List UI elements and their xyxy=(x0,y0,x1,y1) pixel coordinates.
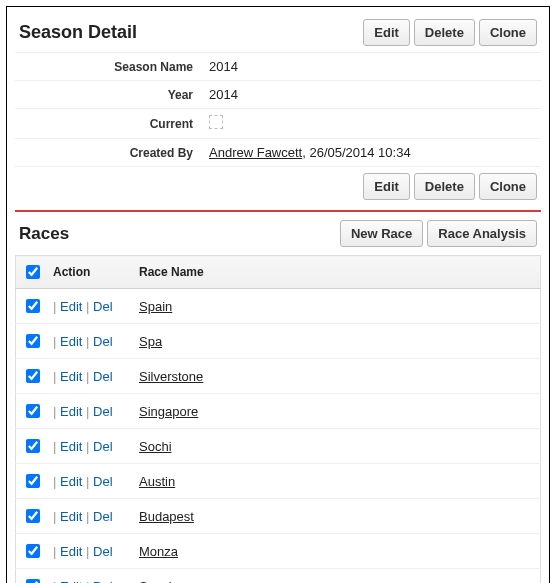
row-checkbox[interactable] xyxy=(26,439,40,453)
edit-button[interactable]: Edit xyxy=(363,19,410,46)
edit-link[interactable]: Edit xyxy=(60,334,82,349)
race-name-link[interactable]: Spain xyxy=(139,299,172,314)
created-by-datetime: 26/05/2014 10:34 xyxy=(309,145,410,160)
field-label: Year xyxy=(15,81,201,109)
race-name-cell: Silverstone xyxy=(131,359,541,394)
delete-button-footer[interactable]: Delete xyxy=(414,173,475,200)
del-link[interactable]: Del xyxy=(93,579,113,584)
row-checkbox[interactable] xyxy=(26,509,40,523)
field-label: Season Name xyxy=(15,53,201,81)
pipe-icon: | xyxy=(82,439,93,454)
race-name-link[interactable]: Sochi xyxy=(139,439,172,454)
row-action-cell: | Edit | Del xyxy=(45,569,131,584)
section-divider xyxy=(15,210,541,212)
del-link[interactable]: Del xyxy=(93,544,113,559)
table-row: | Edit | DelAustin xyxy=(16,464,541,499)
race-name-column-header: Race Name xyxy=(131,256,541,289)
del-link[interactable]: Del xyxy=(93,334,113,349)
pipe-icon: | xyxy=(82,544,93,559)
row-action-cell: | Edit | Del xyxy=(45,359,131,394)
row-checkbox[interactable] xyxy=(26,404,40,418)
pipe-icon: | xyxy=(82,299,93,314)
edit-link[interactable]: Edit xyxy=(60,369,82,384)
edit-link[interactable]: Edit xyxy=(60,474,82,489)
related-list-header: Races New Race Race Analysis xyxy=(15,216,541,255)
race-name-link[interactable]: Budapest xyxy=(139,509,194,524)
row-action-cell: | Edit | Del xyxy=(45,499,131,534)
pipe-icon: | xyxy=(82,334,93,349)
action-column-header: Action xyxy=(45,256,131,289)
detail-header: Season Detail Edit Delete Clone xyxy=(15,15,541,52)
field-row-season-name: Season Name 2014 xyxy=(15,53,541,81)
created-by-user-link[interactable]: Andrew Fawcett xyxy=(209,145,302,160)
row-action-cell: | Edit | Del xyxy=(45,534,131,569)
row-action-cell: | Edit | Del xyxy=(45,324,131,359)
race-name-cell: Monza xyxy=(131,534,541,569)
pipe-icon: | xyxy=(82,474,93,489)
pipe-icon: | xyxy=(82,404,93,419)
header-button-group: Edit Delete Clone xyxy=(363,19,537,46)
edit-link[interactable]: Edit xyxy=(60,544,82,559)
edit-link[interactable]: Edit xyxy=(60,404,82,419)
del-link[interactable]: Del xyxy=(93,474,113,489)
race-name-link[interactable]: Spa xyxy=(139,334,162,349)
row-checkbox[interactable] xyxy=(26,334,40,348)
del-link[interactable]: Del xyxy=(93,404,113,419)
race-name-cell: Spa xyxy=(131,324,541,359)
row-checkbox[interactable] xyxy=(26,299,40,313)
pipe-icon: | xyxy=(53,579,60,584)
race-name-link[interactable]: Suzuka xyxy=(139,579,182,584)
clone-button-footer[interactable]: Clone xyxy=(479,173,537,200)
del-link[interactable]: Del xyxy=(93,369,113,384)
race-name-cell: Sochi xyxy=(131,429,541,464)
row-checkbox[interactable] xyxy=(26,474,40,488)
edit-link[interactable]: Edit xyxy=(60,509,82,524)
field-row-created-by: Created By Andrew Fawcett, 26/05/2014 10… xyxy=(15,139,541,167)
new-race-button[interactable]: New Race xyxy=(340,220,423,247)
pipe-icon: | xyxy=(82,369,93,384)
pipe-icon: | xyxy=(53,404,60,419)
races-table: Action Race Name | Edit | DelSpain| Edit… xyxy=(15,255,541,583)
race-analysis-button[interactable]: Race Analysis xyxy=(427,220,537,247)
field-value-created-by: Andrew Fawcett, 26/05/2014 10:34 xyxy=(201,139,541,167)
del-link[interactable]: Del xyxy=(93,439,113,454)
table-row: | Edit | DelSingapore xyxy=(16,394,541,429)
field-value-season-name: 2014 xyxy=(201,53,541,81)
clone-button[interactable]: Clone xyxy=(479,19,537,46)
race-name-cell: Singapore xyxy=(131,394,541,429)
race-name-cell: Austin xyxy=(131,464,541,499)
pipe-icon: | xyxy=(53,439,60,454)
table-row: | Edit | DelBudapest xyxy=(16,499,541,534)
delete-button[interactable]: Delete xyxy=(414,19,475,46)
row-action-cell: | Edit | Del xyxy=(45,429,131,464)
table-row: | Edit | DelSpain xyxy=(16,289,541,324)
table-row: | Edit | DelSpa xyxy=(16,324,541,359)
race-name-link[interactable]: Silverstone xyxy=(139,369,203,384)
related-button-group: New Race Race Analysis xyxy=(340,220,537,247)
field-label: Current xyxy=(15,109,201,139)
select-all-checkbox[interactable] xyxy=(26,265,40,279)
del-link[interactable]: Del xyxy=(93,299,113,314)
pipe-icon: | xyxy=(53,509,60,524)
row-checkbox[interactable] xyxy=(26,579,40,583)
race-name-link[interactable]: Monza xyxy=(139,544,178,559)
pipe-icon: | xyxy=(53,334,60,349)
edit-link[interactable]: Edit xyxy=(60,439,82,454)
select-all-header xyxy=(16,256,46,289)
unchecked-checkbox-icon xyxy=(209,115,223,129)
row-checkbox[interactable] xyxy=(26,544,40,558)
edit-link[interactable]: Edit xyxy=(60,299,82,314)
row-action-cell: | Edit | Del xyxy=(45,394,131,429)
race-name-link[interactable]: Singapore xyxy=(139,404,198,419)
edit-link[interactable]: Edit xyxy=(60,579,82,584)
row-action-cell: | Edit | Del xyxy=(45,289,131,324)
race-name-link[interactable]: Austin xyxy=(139,474,175,489)
pipe-icon: | xyxy=(53,474,60,489)
field-row-current: Current xyxy=(15,109,541,139)
edit-button-footer[interactable]: Edit xyxy=(363,173,410,200)
table-row: | Edit | DelSuzuka xyxy=(16,569,541,584)
row-checkbox[interactable] xyxy=(26,369,40,383)
pipe-icon: | xyxy=(53,299,60,314)
race-name-cell: Suzuka xyxy=(131,569,541,584)
del-link[interactable]: Del xyxy=(93,509,113,524)
